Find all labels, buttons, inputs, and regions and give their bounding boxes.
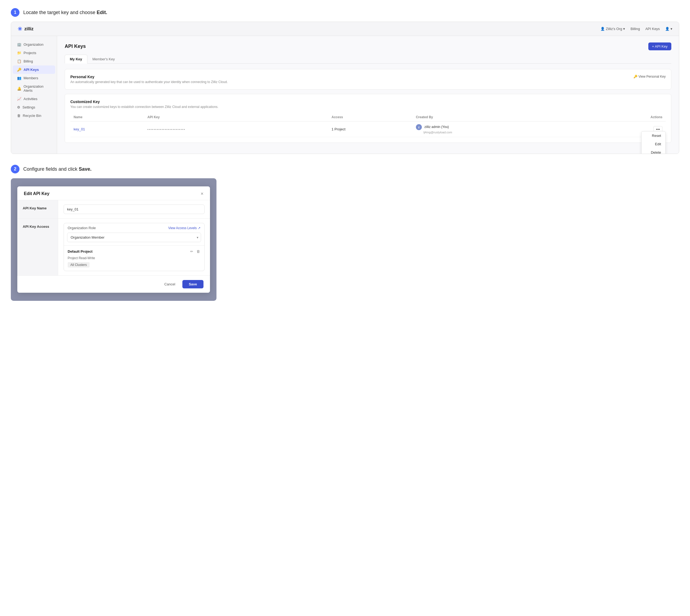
- add-api-key-button[interactable]: + API Key: [648, 42, 671, 50]
- tab-my-key[interactable]: My Key: [65, 54, 87, 64]
- role-select-wrapper: Organization Member Organization Admin O…: [67, 233, 201, 242]
- sidebar-item-settings[interactable]: ⚙ Settings: [13, 103, 55, 111]
- project-delete-button[interactable]: 🗑: [196, 249, 200, 254]
- sidebar-item-org-alerts[interactable]: 🔔 Organization Alerts: [13, 82, 55, 95]
- sidebar-label-organization: Organization: [24, 42, 44, 46]
- col-name: Name: [70, 113, 144, 122]
- api-keys-icon: 🔑: [17, 68, 21, 72]
- dialog-header: Edit API Key ×: [17, 186, 210, 200]
- save-button[interactable]: Save: [182, 280, 203, 288]
- customized-key-card: Customized Key You can create customized…: [65, 94, 671, 143]
- col-api-key: API Key: [144, 113, 328, 122]
- app-body: 🏢 Organization 📁 Projects 📋 Billing 🔑 AP…: [11, 36, 679, 154]
- step1-header: 1 Locate the target key and choose Edit.: [11, 8, 679, 17]
- sidebar-label-members: Members: [24, 76, 38, 80]
- step1-section: 1 Locate the target key and choose Edit.…: [11, 8, 679, 154]
- page-title-row: API Keys + API Key: [65, 42, 671, 50]
- dialog-close-button[interactable]: ×: [200, 191, 203, 196]
- created-by-cell: z zilliz admin (You) lj4mg@rustyload.com: [413, 122, 589, 137]
- external-link-icon: ↗: [198, 226, 200, 230]
- org-alerts-icon: 🔔: [17, 87, 21, 91]
- main-content: API Keys + API Key My Key Member's Key P…: [57, 36, 679, 154]
- nav-api-keys[interactable]: API Keys: [645, 27, 660, 31]
- actions-dropdown: Reset Edit Delete: [641, 131, 666, 154]
- cancel-button[interactable]: Cancel: [160, 280, 179, 288]
- view-key-label: View Personal Key: [639, 75, 666, 79]
- dropdown-delete[interactable]: Delete: [642, 148, 665, 154]
- project-role-label: Project Read-Write: [68, 256, 200, 260]
- key-name-link[interactable]: key_01: [73, 127, 85, 131]
- projects-icon: 📁: [17, 51, 21, 55]
- tab-members-key[interactable]: Member's Key: [87, 54, 120, 63]
- table-header-row: Name API Key Access Created By Actions: [70, 113, 666, 122]
- personal-key-desc: An automatically generated key that can …: [70, 80, 228, 84]
- edit-api-key-dialog: Edit API Key × API Key Name API Key Acce…: [17, 186, 210, 293]
- api-key-name-field-col: [58, 200, 210, 218]
- project-actions: ✏ 🗑: [190, 249, 200, 254]
- col-access: Access: [328, 113, 413, 122]
- nav-org-icon: 👤: [600, 27, 605, 31]
- logo-icon: ✳: [18, 26, 22, 32]
- sidebar-item-members[interactable]: 👥 Members: [13, 74, 55, 82]
- sidebar-label-api-keys: API Keys: [24, 68, 39, 72]
- sidebar-label-recycle-bin: Recycle Bin: [23, 114, 41, 118]
- personal-key-info: Personal Key An automatically generated …: [70, 75, 228, 84]
- key-icon: 🔑: [633, 75, 638, 79]
- step2-section: 2 Configure fields and click Save. Edit …: [11, 165, 679, 301]
- sidebar-item-projects[interactable]: 📁 Projects: [13, 49, 55, 57]
- org-role-select[interactable]: Organization Member Organization Admin O…: [67, 233, 201, 242]
- page-title: API Keys: [65, 44, 86, 49]
- sidebar-item-recycle-bin[interactable]: 🗑 Recycle Bin: [13, 111, 55, 120]
- customized-key-title: Customized Key: [70, 100, 666, 104]
- all-clusters-tag: All Clusters: [68, 262, 90, 268]
- step1-badge: 1: [11, 8, 20, 17]
- organization-icon: 🏢: [17, 42, 21, 46]
- admin-name: zilliz admin (You): [425, 125, 449, 129]
- view-access-levels-link[interactable]: View Access Levels ↗: [168, 226, 200, 230]
- step2-header: 2 Configure fields and click Save.: [11, 165, 679, 173]
- api-key-name-label: API Key Name: [17, 200, 58, 218]
- sidebar: 🏢 Organization 📁 Projects 📋 Billing 🔑 AP…: [11, 36, 57, 154]
- settings-icon: ⚙: [17, 105, 20, 109]
- sidebar-item-billing[interactable]: 📋 Billing: [13, 57, 55, 65]
- dropdown-reset[interactable]: Reset: [642, 131, 665, 140]
- recycle-bin-icon: 🗑: [17, 114, 21, 118]
- actions-cell: ••• Reset Edit Delete: [589, 122, 666, 137]
- key-dots: ••••••••••••••••••••••••: [148, 128, 185, 131]
- api-keys-table: Name API Key Access Created By Actions k…: [70, 113, 666, 137]
- project-section: Default Project ✏ 🗑 Project Read-Write A…: [64, 245, 204, 271]
- sidebar-item-api-keys[interactable]: 🔑 API Keys: [13, 65, 55, 74]
- project-edit-button[interactable]: ✏: [190, 249, 194, 254]
- key-name-cell: key_01: [70, 122, 144, 137]
- step1-instruction-prefix: Locate the target key and choose: [23, 10, 96, 15]
- nav-billing[interactable]: Billing: [630, 27, 640, 31]
- nav-logo: ✳ zilliz: [18, 26, 34, 32]
- access-cell: 1 Project: [328, 122, 413, 137]
- dialog-footer: Cancel Save: [17, 276, 210, 293]
- view-personal-key-link[interactable]: 🔑 View Personal Key: [633, 75, 666, 79]
- sidebar-label-settings: Settings: [22, 105, 35, 109]
- api-key-access-label: API Key Access: [17, 219, 58, 276]
- activities-icon: 📈: [17, 97, 21, 101]
- sidebar-label-activities: Activities: [24, 97, 37, 101]
- avatar: z: [416, 124, 422, 130]
- nav-right: 👤 Zilliz's Org ▾ Billing API Keys 👤 ▾: [600, 27, 672, 31]
- top-nav: ✳ zilliz 👤 Zilliz's Org ▾ Billing API Ke…: [11, 22, 679, 36]
- customized-key-desc: You can create customized keys to establ…: [70, 105, 666, 109]
- nav-org[interactable]: 👤 Zilliz's Org ▾: [600, 27, 625, 31]
- sidebar-item-organization[interactable]: 🏢 Organization: [13, 40, 55, 49]
- billing-icon: 📋: [17, 59, 21, 63]
- step1-instruction-bold: Edit.: [96, 10, 107, 15]
- app-container-1: ✳ zilliz 👤 Zilliz's Org ▾ Billing API Ke…: [11, 22, 679, 154]
- nav-user-icon[interactable]: 👤 ▾: [665, 27, 672, 31]
- col-created-by: Created By: [413, 113, 589, 122]
- sidebar-label-projects: Projects: [24, 51, 36, 55]
- dropdown-edit[interactable]: Edit: [642, 140, 665, 148]
- members-icon: 👥: [17, 76, 21, 80]
- view-access-label: View Access Levels: [168, 226, 197, 230]
- sidebar-item-activities[interactable]: 📈 Activities: [13, 95, 55, 103]
- api-key-name-input[interactable]: [64, 204, 204, 214]
- sidebar-label-billing: Billing: [24, 59, 33, 63]
- dialog-body: API Key Name API Key Access Organization…: [17, 200, 210, 276]
- project-header: Default Project ✏ 🗑: [68, 249, 200, 254]
